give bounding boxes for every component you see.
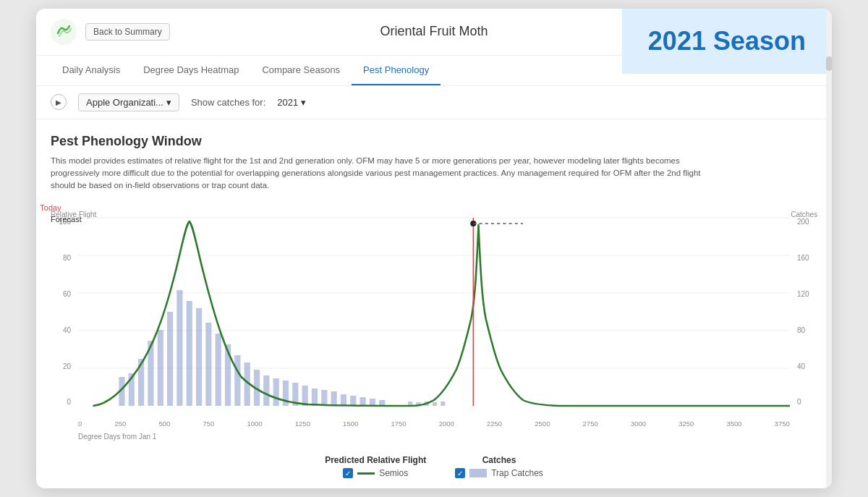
svg-rect-28: [331, 391, 337, 406]
legend-group-catches: Catches ✓ Trap Catches: [455, 455, 543, 478]
tab-pest-phenology[interactable]: Pest Phenology: [352, 56, 441, 85]
chart-description: This model provides estimates of relativ…: [51, 155, 716, 192]
semios-line-icon: [357, 472, 375, 475]
chart-svg: [78, 218, 790, 406]
scrollbar-thumb[interactable]: [826, 56, 832, 71]
chart-legend: Predicted Relative Flight ✓ Semios Catch…: [51, 449, 817, 481]
app-logo: [51, 19, 77, 45]
tab-daily-analysis[interactable]: Daily Analysis: [51, 56, 132, 85]
today-label: Today: [40, 203, 61, 212]
svg-rect-26: [312, 388, 318, 406]
svg-rect-11: [167, 312, 173, 406]
svg-point-0: [51, 19, 77, 45]
forecast-label: Forecast: [51, 215, 82, 224]
svg-rect-29: [341, 394, 346, 406]
legend-flight-title: Predicted Relative Flight: [325, 455, 426, 465]
svg-rect-16: [216, 334, 221, 406]
chart-title: Pest Phenology Window: [51, 134, 817, 149]
org-dropdown-icon: ▾: [166, 97, 171, 108]
svg-rect-30: [350, 396, 356, 406]
svg-rect-27: [321, 390, 327, 406]
y-axis-right-values: 0 40 80 120 160 200: [797, 218, 817, 406]
x-axis: 0 250 500 750 1000 1250 1500 1750 2000 2…: [78, 420, 790, 428]
tab-degree-days[interactable]: Degree Days Heatmap: [132, 56, 250, 85]
year-dropdown-icon: ▾: [301, 97, 306, 108]
legend-group-flight: Predicted Relative Flight ✓ Semios: [325, 455, 426, 478]
expand-button[interactable]: ▶: [51, 94, 67, 110]
svg-rect-38: [441, 402, 445, 406]
semios-label: Semios: [379, 468, 408, 478]
chart-area: Relative Flight Catches 0 20 40 60 80 10…: [51, 203, 817, 428]
back-button[interactable]: Back to Summary: [85, 23, 170, 41]
svg-rect-22: [273, 378, 279, 406]
svg-rect-13: [187, 301, 192, 406]
trap-catches-label: Trap Catches: [491, 468, 543, 478]
season-label: 2021 Season: [648, 26, 806, 56]
legend-semios: ✓ Semios: [343, 468, 408, 478]
page-title: Oriental Fruit Moth: [380, 24, 488, 39]
season-badge: 2021 Season: [622, 9, 832, 74]
year-selector[interactable]: 2021 ▾: [277, 97, 306, 108]
tab-compare-seasons[interactable]: Compare Seasons: [250, 56, 352, 85]
svg-rect-37: [433, 402, 437, 406]
svg-rect-21: [263, 375, 269, 406]
year-value: 2021: [277, 97, 298, 108]
semios-checkbox[interactable]: ✓: [343, 468, 353, 478]
org-selector[interactable]: Apple Organizati... ▾: [78, 93, 179, 111]
svg-rect-15: [205, 323, 211, 406]
legend-catches-title: Catches: [482, 455, 516, 465]
svg-rect-18: [234, 355, 240, 406]
svg-rect-12: [176, 290, 182, 406]
svg-rect-10: [158, 330, 163, 406]
scrollbar[interactable]: [826, 9, 832, 489]
svg-rect-31: [360, 397, 366, 406]
org-name: Apple Organizati...: [86, 97, 163, 108]
svg-rect-14: [196, 308, 202, 406]
catches-label: Show catches for:: [191, 97, 265, 108]
chart-container: Pest Phenology Window This model provide…: [36, 119, 832, 489]
svg-rect-25: [302, 386, 308, 406]
trap-catches-checkbox[interactable]: ✓: [455, 468, 465, 478]
x-axis-label: Degree Days from Jan 1: [78, 433, 156, 441]
header: Back to Summary Oriental Fruit Moth 2021…: [36, 9, 832, 56]
legend-trap-catches: ✓ Trap Catches: [455, 468, 543, 478]
trap-catches-bar-icon: [469, 469, 487, 477]
app-window: Back to Summary Oriental Fruit Moth 2021…: [36, 9, 832, 489]
svg-rect-32: [370, 399, 375, 406]
toolbar: ▶ Apple Organizati... ▾ Show catches for…: [36, 86, 832, 119]
y-axis-left-values: 0 20 40 60 80 100: [51, 218, 71, 406]
